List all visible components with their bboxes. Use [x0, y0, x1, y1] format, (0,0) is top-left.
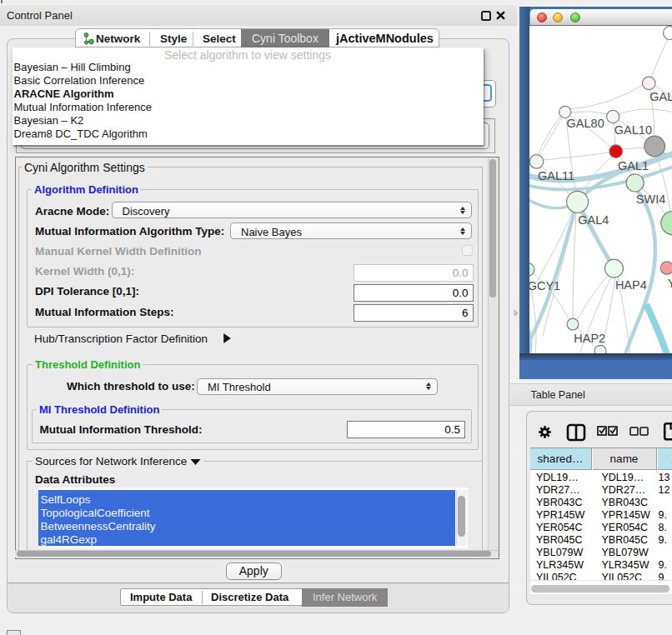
svg-text:GAL80: GAL80 [566, 117, 604, 130]
svg-text:GAL11: GAL11 [538, 168, 574, 182]
svg-text:GAL4: GAL4 [578, 213, 609, 227]
svg-text:SWI4: SWI4 [635, 192, 664, 206]
svg-text:GAL7: GAL7 [649, 90, 672, 103]
svg-text:Y: Y [667, 277, 672, 290]
svg-text:GAL1: GAL1 [618, 158, 649, 172]
svg-text:GCY1: GCY1 [529, 278, 560, 292]
svg-text:HAP4: HAP4 [614, 278, 646, 292]
svg-text:GAL10: GAL10 [614, 123, 651, 137]
svg-text:HAP2: HAP2 [574, 331, 605, 344]
